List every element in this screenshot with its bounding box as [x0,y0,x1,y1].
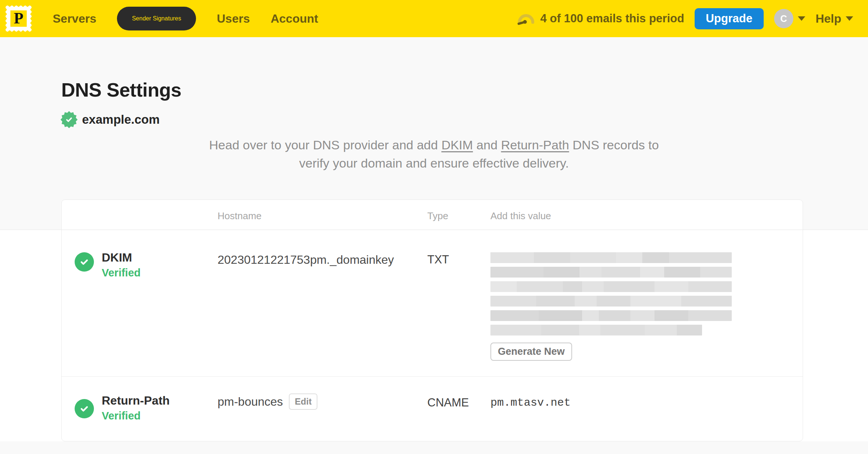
nav-item-account[interactable]: Account [271,12,318,26]
upgrade-button[interactable]: Upgrade [695,8,764,29]
table-row-return-path: Return-Path Verified pm-bounces Edit CNA… [62,376,803,441]
record-type: CNAME [427,396,469,409]
verified-seal-icon [61,111,78,128]
redacted-value-line [490,325,702,335]
logo-stamp-inner: P [10,10,27,27]
table-row-dkim: DKIM Verified 20230121221753pm._domainke… [62,230,803,376]
record-status: Verified [102,410,141,422]
redacted-value-line [490,252,732,263]
column-header-value: Add this value [490,210,551,222]
record-name: Return-Path [102,394,170,408]
help-menu[interactable]: Help [816,12,853,26]
record-value-redacted: Generate New [490,252,732,361]
usage-text: 4 of 100 emails this period [540,12,684,25]
record-hostname: pm-bounces [218,395,283,409]
redacted-value-line [490,310,732,321]
nav-item-sender-signatures-label: Sender Signatures [132,15,181,22]
verified-check-icon [75,252,94,272]
record-name: DKIM [102,251,132,265]
avatar[interactable]: C [774,9,793,28]
intro-mid: and [473,138,501,152]
domain-name: example.com [82,113,160,127]
record-type: TXT [427,253,449,266]
column-header-hostname: Hostname [218,210,262,222]
record-hostname-group: pm-bounces Edit [218,393,317,410]
postmark-logo[interactable]: P [5,5,32,32]
edit-button[interactable]: Edit [289,393,317,410]
record-status: Verified [102,267,141,279]
page-title: DNS Settings [61,79,181,101]
usage-meter: 4 of 100 emails this period [517,12,684,25]
intro-text: Head over to your DNS provider and add D… [0,136,868,172]
verified-check-icon [75,399,94,418]
dns-records-card: Hostname Type Add this value DKIM Verifi… [61,200,803,441]
redacted-value-line [490,296,732,307]
record-hostname: 20230121221753pm._domainkey [218,253,394,267]
intro-line-2: verify your domain and ensure effective … [0,154,868,172]
intro-post: DNS records to [569,138,659,152]
redacted-value-line [490,281,732,292]
nav-item-users[interactable]: Users [217,12,250,26]
record-value: pm.mtasv.net [490,396,571,409]
logo-letter: P [14,10,23,26]
nav-right: 4 of 100 emails this period Upgrade C He… [517,8,853,29]
return-path-link[interactable]: Return-Path [501,138,569,152]
chevron-down-icon [798,16,805,21]
table-header: Hostname Type Add this value [62,200,803,230]
generate-new-button[interactable]: Generate New [490,343,572,361]
nav-links: Servers Sender Signatures Users Account [53,7,318,30]
gauge-icon [517,12,535,25]
intro-pre: Head over to your DNS provider and add [209,138,441,152]
column-header-type: Type [427,210,448,222]
dkim-link[interactable]: DKIM [441,138,473,152]
top-nav: P Servers Sender Signatures Users Accoun… [0,0,868,37]
nav-item-sender-signatures[interactable]: Sender Signatures [117,7,196,30]
help-label: Help [816,12,841,26]
chevron-down-icon [846,16,853,21]
account-menu[interactable]: C [774,9,805,28]
domain-row: example.com [61,111,160,128]
nav-item-servers[interactable]: Servers [53,12,96,26]
intro-line-1: Head over to your DNS provider and add D… [0,136,868,154]
redacted-value-line [490,267,732,278]
